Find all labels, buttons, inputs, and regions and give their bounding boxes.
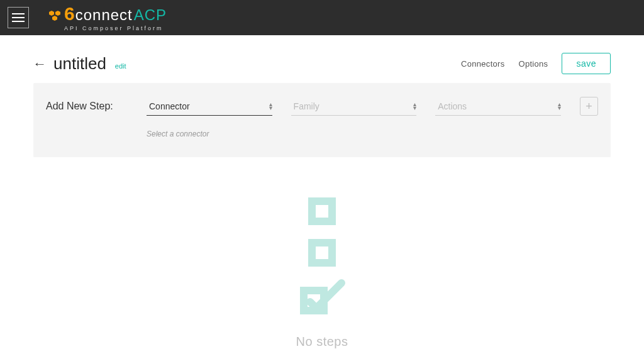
nav-connectors[interactable]: Connectors xyxy=(461,59,504,69)
svg-marker-2 xyxy=(52,16,57,21)
connector-select[interactable]: Connector ▴▾ xyxy=(147,97,272,116)
chevrons-icon: ▴▾ xyxy=(413,102,416,110)
add-step-panel: Add New Step: Connector ▴▾ Family ▴▾ Act… xyxy=(33,83,611,157)
empty-box-icon xyxy=(306,236,338,269)
back-arrow-icon[interactable]: ← xyxy=(33,57,47,71)
svg-marker-0 xyxy=(49,11,54,16)
actions-select-value: Actions xyxy=(438,101,467,111)
logo-six: 6 xyxy=(64,4,75,23)
actions-select: Actions ▴▾ xyxy=(435,97,561,116)
edit-title-link[interactable]: edit xyxy=(115,62,126,70)
empty-box-icon xyxy=(306,195,338,228)
svg-marker-1 xyxy=(55,11,60,16)
helper-text: Select a connector xyxy=(147,130,598,138)
chevrons-icon: ▴▾ xyxy=(269,102,272,110)
hamburger-menu[interactable] xyxy=(8,7,29,28)
nav-options[interactable]: Options xyxy=(519,59,548,69)
logo-connect: connect xyxy=(75,8,133,23)
empty-message: No steps xyxy=(296,335,348,349)
logo-subtitle: API Composer Platform xyxy=(64,26,167,31)
family-select-value: Family xyxy=(294,101,319,111)
save-button[interactable]: save xyxy=(562,53,611,74)
svg-rect-6 xyxy=(316,247,328,259)
honeycomb-icon xyxy=(47,9,63,26)
app-header: 6 connect ACP API Composer Platform xyxy=(0,0,644,35)
empty-check-icon xyxy=(297,278,347,317)
add-step-label: Add New Step: xyxy=(46,101,128,116)
brand-logo[interactable]: 6 connect ACP API Composer Platform xyxy=(47,4,167,31)
add-step-button[interactable]: + xyxy=(580,97,598,116)
empty-state: No steps xyxy=(0,195,644,349)
svg-rect-4 xyxy=(316,205,328,218)
plus-icon: + xyxy=(586,100,592,113)
title-bar: ← untitled edit Connectors Options save xyxy=(33,35,611,83)
chevrons-icon: ▴▾ xyxy=(558,102,561,110)
family-select: Family ▴▾ xyxy=(291,97,417,116)
logo-acp: ACP xyxy=(134,8,167,23)
page-title: untitled xyxy=(53,54,106,74)
connector-select-value: Connector xyxy=(149,101,190,111)
